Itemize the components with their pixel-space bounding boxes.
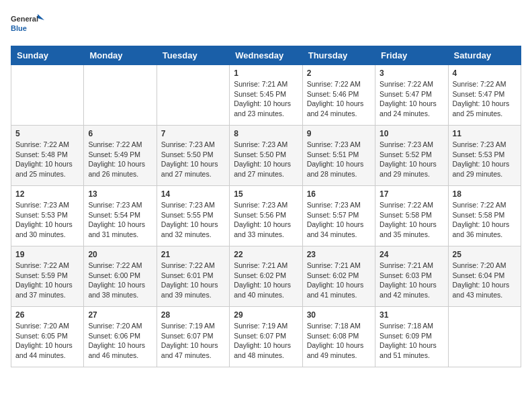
day-number: 22 [234,250,298,259]
day-info: Sunrise: 7:23 AM Sunset: 5:50 PM Dayligh… [161,140,225,179]
calendar-week-row: 5Sunrise: 7:22 AM Sunset: 5:48 PM Daylig… [11,126,521,186]
day-number: 6 [88,129,152,138]
day-info: Sunrise: 7:21 AM Sunset: 6:03 PM Dayligh… [380,261,443,300]
day-info: Sunrise: 7:23 AM Sunset: 5:50 PM Dayligh… [234,140,298,179]
day-info: Sunrise: 7:23 AM Sunset: 5:51 PM Dayligh… [307,140,371,179]
day-number: 30 [307,310,371,320]
day-number: 16 [307,189,371,199]
day-info: Sunrise: 7:22 AM Sunset: 5:47 PM Dayligh… [453,79,517,119]
day-number: 11 [453,129,517,138]
day-info: Sunrise: 7:22 AM Sunset: 5:48 PM Dayligh… [15,140,79,179]
calendar-cell: 19Sunrise: 7:22 AM Sunset: 5:59 PM Dayli… [11,246,84,307]
calendar-cell: 20Sunrise: 7:22 AM Sunset: 6:00 PM Dayli… [84,246,157,307]
day-info: Sunrise: 7:22 AM Sunset: 5:47 PM Dayligh… [380,79,443,119]
calendar-cell: 22Sunrise: 7:21 AM Sunset: 6:02 PM Dayli… [230,246,302,307]
day-info: Sunrise: 7:23 AM Sunset: 5:54 PM Dayligh… [88,200,152,240]
day-info: Sunrise: 7:20 AM Sunset: 6:04 PM Dayligh… [453,261,517,300]
svg-marker-2 [38,14,44,20]
day-number: 29 [234,310,298,320]
day-info: Sunrise: 7:21 AM Sunset: 6:02 PM Dayligh… [307,261,371,300]
day-number: 4 [453,68,517,78]
calendar-cell: 10Sunrise: 7:23 AM Sunset: 5:52 PM Dayli… [375,126,448,186]
page-header: General Blue [11,11,521,38]
day-header-thursday: Thursday [302,46,375,65]
calendar-cell: 18Sunrise: 7:22 AM Sunset: 5:58 PM Dayli… [448,186,521,246]
calendar-week-row: 12Sunrise: 7:23 AM Sunset: 5:53 PM Dayli… [11,186,521,246]
svg-text:General: General [11,15,38,23]
calendar-cell: 25Sunrise: 7:20 AM Sunset: 6:04 PM Dayli… [448,246,521,307]
calendar-cell: 2Sunrise: 7:22 AM Sunset: 5:46 PM Daylig… [302,65,375,126]
calendar-week-row: 19Sunrise: 7:22 AM Sunset: 5:59 PM Dayli… [11,246,521,307]
day-header-tuesday: Tuesday [157,46,229,65]
day-number: 28 [161,310,225,320]
day-number: 31 [380,310,443,320]
day-info: Sunrise: 7:23 AM Sunset: 5:57 PM Dayligh… [307,200,371,240]
calendar-cell: 27Sunrise: 7:20 AM Sunset: 6:06 PM Dayli… [84,307,157,367]
logo: General Blue [11,11,44,38]
day-number: 15 [234,189,298,199]
calendar-cell: 28Sunrise: 7:19 AM Sunset: 6:07 PM Dayli… [157,307,229,367]
day-info: Sunrise: 7:22 AM Sunset: 5:46 PM Dayligh… [307,79,371,119]
day-info: Sunrise: 7:20 AM Sunset: 6:06 PM Dayligh… [88,321,152,361]
day-number: 3 [380,68,443,78]
day-info: Sunrise: 7:21 AM Sunset: 6:02 PM Dayligh… [234,261,298,300]
day-info: Sunrise: 7:22 AM Sunset: 5:58 PM Dayligh… [453,200,517,240]
calendar-cell: 1Sunrise: 7:21 AM Sunset: 5:45 PM Daylig… [230,65,302,126]
calendar-cell: 30Sunrise: 7:18 AM Sunset: 6:08 PM Dayli… [302,307,375,367]
calendar-table: SundayMondayTuesdayWednesdayThursdayFrid… [11,46,521,367]
day-info: Sunrise: 7:22 AM Sunset: 6:00 PM Dayligh… [88,261,152,300]
day-number: 14 [161,189,225,199]
day-number: 10 [380,129,443,138]
day-info: Sunrise: 7:18 AM Sunset: 6:09 PM Dayligh… [380,321,443,361]
day-info: Sunrise: 7:22 AM Sunset: 5:59 PM Dayligh… [15,261,79,300]
day-info: Sunrise: 7:18 AM Sunset: 6:08 PM Dayligh… [307,321,371,361]
day-info: Sunrise: 7:23 AM Sunset: 5:56 PM Dayligh… [234,200,298,240]
calendar-cell: 29Sunrise: 7:19 AM Sunset: 6:07 PM Dayli… [230,307,302,367]
day-number: 2 [307,68,371,78]
calendar-cell [11,65,84,126]
day-info: Sunrise: 7:23 AM Sunset: 5:55 PM Dayligh… [161,200,225,240]
calendar-cell [84,65,157,126]
day-number: 12 [15,189,79,199]
calendar-cell: 11Sunrise: 7:23 AM Sunset: 5:53 PM Dayli… [448,126,521,186]
calendar-cell: 13Sunrise: 7:23 AM Sunset: 5:54 PM Dayli… [84,186,157,246]
day-header-sunday: Sunday [11,46,84,65]
calendar-cell: 16Sunrise: 7:23 AM Sunset: 5:57 PM Dayli… [302,186,375,246]
calendar-cell: 12Sunrise: 7:23 AM Sunset: 5:53 PM Dayli… [11,186,84,246]
day-number: 1 [234,68,298,78]
calendar-cell: 3Sunrise: 7:22 AM Sunset: 5:47 PM Daylig… [375,65,448,126]
day-header-wednesday: Wednesday [230,46,302,65]
calendar-cell: 24Sunrise: 7:21 AM Sunset: 6:03 PM Dayli… [375,246,448,307]
calendar-cell: 7Sunrise: 7:23 AM Sunset: 5:50 PM Daylig… [157,126,229,186]
calendar-cell: 14Sunrise: 7:23 AM Sunset: 5:55 PM Dayli… [157,186,229,246]
calendar-cell: 31Sunrise: 7:18 AM Sunset: 6:09 PM Dayli… [375,307,448,367]
calendar-week-row: 1Sunrise: 7:21 AM Sunset: 5:45 PM Daylig… [11,65,521,126]
calendar-cell: 4Sunrise: 7:22 AM Sunset: 5:47 PM Daylig… [448,65,521,126]
calendar-week-row: 26Sunrise: 7:20 AM Sunset: 6:05 PM Dayli… [11,307,521,367]
day-info: Sunrise: 7:20 AM Sunset: 6:05 PM Dayligh… [15,321,79,361]
calendar-cell: 8Sunrise: 7:23 AM Sunset: 5:50 PM Daylig… [230,126,302,186]
day-info: Sunrise: 7:19 AM Sunset: 6:07 PM Dayligh… [161,321,225,361]
day-info: Sunrise: 7:23 AM Sunset: 5:53 PM Dayligh… [15,200,79,240]
day-number: 19 [15,250,79,259]
day-info: Sunrise: 7:22 AM Sunset: 6:01 PM Dayligh… [161,261,225,300]
day-number: 17 [380,189,443,199]
calendar-cell: 5Sunrise: 7:22 AM Sunset: 5:48 PM Daylig… [11,126,84,186]
day-header-saturday: Saturday [448,46,521,65]
day-number: 24 [380,250,443,259]
day-number: 20 [88,250,152,259]
calendar-cell: 17Sunrise: 7:22 AM Sunset: 5:58 PM Dayli… [375,186,448,246]
calendar-cell: 9Sunrise: 7:23 AM Sunset: 5:51 PM Daylig… [302,126,375,186]
day-number: 9 [307,129,371,138]
calendar-cell: 26Sunrise: 7:20 AM Sunset: 6:05 PM Dayli… [11,307,84,367]
day-number: 7 [161,129,225,138]
day-header-monday: Monday [84,46,157,65]
day-number: 27 [88,310,152,320]
calendar-cell: 21Sunrise: 7:22 AM Sunset: 6:01 PM Dayli… [157,246,229,307]
calendar-cell [157,65,229,126]
day-number: 21 [161,250,225,259]
day-info: Sunrise: 7:22 AM Sunset: 5:58 PM Dayligh… [380,200,443,240]
calendar-cell: 6Sunrise: 7:22 AM Sunset: 5:49 PM Daylig… [84,126,157,186]
day-number: 26 [15,310,79,320]
day-number: 13 [88,189,152,199]
